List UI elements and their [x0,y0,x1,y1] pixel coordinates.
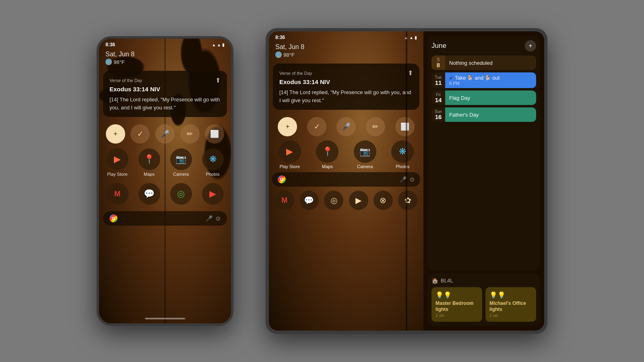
event-check-icon: ✓ [449,75,453,81]
tablet-app-playstore[interactable]: ▶ Play Store [272,140,308,169]
tablet-app-camera-label: Camera [357,164,373,169]
event-body-3: Father's Day [445,107,536,122]
share-icon[interactable]: ⬆ [215,76,221,84]
tablet-app-photos[interactable]: ❋ Photos [385,140,421,169]
phone-temp: 98°F [114,59,125,65]
phone-verse-label: Verse of the Day [109,78,142,83]
tablet-device: 8:36 ▲ ▲ ▮ Sat, Jun 8 98°F [266,28,547,334]
tablet-search-bar[interactable]: G 🎤 ⊙ [272,172,420,187]
tablet-bottom-bubble[interactable]: 💬 [299,191,319,210]
home-indicator [99,314,231,323]
calendar-event-0[interactable]: S 8 Nothing scheduled [431,56,536,70]
room-name-1: Master Bedroom lights [436,300,478,313]
tablet-fold-line [406,31,407,331]
tablet-quick-edit[interactable]: ✏ [366,117,385,136]
tablet-app-camera[interactable]: 📷 Camera [347,140,383,169]
quick-add-button[interactable]: + [106,124,125,144]
google-g-icon: G [109,214,118,222]
phone-status-icons: ▲ ▲ ▮ [212,43,225,47]
event-title-0: Nothing scheduled [449,60,532,66]
event-body-0: Nothing scheduled [445,56,536,70]
tablet-quick-camera[interactable]: ⬜ [395,117,415,136]
tablet-bottom-youtube[interactable]: ▶ [349,191,368,210]
calendar-add-button[interactable]: + [525,40,536,51]
tablet-quick-actions: + ✓ 🎤 ✏ ⬜ [273,117,419,136]
app-camera[interactable]: 📷 Camera [167,148,195,177]
tablet-bottom-threads[interactable]: ⊗ [374,191,393,210]
tablet-verse-title: Exodus 33:14 NIV [279,78,413,85]
wifi-icon: ▲ [212,43,216,47]
app-photos[interactable]: ❋ Photos [198,148,227,177]
event-title-1: Take [455,75,466,81]
app-bubble[interactable]: 💬 [135,183,163,206]
phone-app-grid: ▶ Play Store 📍 Maps 📷 Camera ❋ Photos [99,147,231,178]
tablet-bottom-icons: M 💬 ◎ ▶ ⊗ ✿ [269,189,423,212]
tablet-quick-mic[interactable]: 🎤 [336,117,356,136]
tablet-app-photos-label: Photos [396,164,409,169]
photos-icon: ❋ [202,148,224,170]
tablet-verse-widget[interactable]: Verse of the Day ⬆ Exodus 33:14 NIV [14]… [273,64,419,110]
tablet-bottom-chrome[interactable]: ◎ [324,191,343,210]
camera-icon: 📷 [170,148,192,170]
tablet-camera-icon: 📷 [354,140,376,163]
event-body-2: Flag Day [445,90,536,105]
calendar-event-3[interactable]: Sun 16 Father's Day [431,107,536,122]
tablet-playstore-icon: ▶ [279,140,301,163]
tablet-right-panel: June + S 8 Nothing scheduled [423,31,544,331]
app-chrome[interactable]: ◎ [167,183,195,206]
smarthome-grid: 💡💡 Master Bedroom lights 2 on 💡💡 Michael… [431,287,536,322]
light-icon-2: 💡💡 [489,291,532,299]
calendar-event-1[interactable]: Tue 11 ✓ Take 🐕 and 🐕 out [431,72,536,88]
quick-mic-button[interactable]: 🎤 [155,124,175,144]
phone-time: 8:36 [105,42,115,47]
quick-edit-button[interactable]: ✏ [180,124,200,144]
event-date-2: Fri 14 [431,90,445,105]
calendar-widget: June + S 8 Nothing scheduled [427,36,540,270]
phone-weather: 98°F [105,59,225,65]
tablet-quick-add[interactable]: + [278,117,297,136]
app-playstore[interactable]: ▶ Play Store [103,148,132,177]
room-michael-office[interactable]: 💡💡 Michael's Office lights 2 on [485,287,536,322]
tablet-status-bar: 8:36 ▲ ▲ ▮ [269,31,423,42]
quick-camera-button[interactable]: ⬜ [205,124,224,144]
tablet-google-g-icon: G [278,175,286,183]
tablet-date: Sat, Jun 8 [275,43,417,51]
app-youtube[interactable]: ▶ [198,183,227,206]
app-gmail[interactable]: M [103,183,132,206]
phone-search-bar[interactable]: G 🎤 ⊙ [103,211,227,226]
lens-icon[interactable]: ⊙ [216,215,221,222]
tablet-temp: 98°F [283,52,295,58]
tablet-share-icon[interactable]: ⬆ [408,69,413,77]
event-date-1: Tue 11 [431,72,445,88]
battery-icon: ▮ [222,43,225,47]
tablet-bottom-extra[interactable]: ✿ [398,191,417,210]
tablet-quick-check[interactable]: ✓ [307,117,326,136]
tablet-time: 8:36 [275,35,285,40]
event-title-1c: out [492,75,500,81]
app-photos-label: Photos [206,172,219,177]
weather-icon [105,59,112,65]
mic-icon[interactable]: 🎤 [206,215,213,222]
tablet-battery-icon: ▮ [415,35,417,40]
app-maps-label: Maps [144,172,155,177]
phone-verse-widget[interactable]: Verse of the Day ⬆ Exodus 33:14 NIV [14]… [103,71,227,117]
calendar-event-2[interactable]: Fri 14 Flag Day [431,90,536,105]
app-camera-label: Camera [173,172,189,177]
quick-check-button[interactable]: ✓ [130,124,150,144]
phone-quick-actions: + ✓ 🎤 ✏ ⬜ [103,124,227,144]
room-status-2: 2 on [489,313,532,318]
room-master-bedroom[interactable]: 💡💡 Master Bedroom lights 2 on [431,287,482,322]
tablet-photos-icon: ❋ [391,140,414,163]
tablet-app-maps[interactable]: 📍 Maps [310,140,345,169]
app-maps[interactable]: 📍 Maps [135,148,163,177]
calendar-month: June [431,42,446,50]
room-name-2: Michael's Office lights [489,300,532,313]
tablet-left-panel: 8:36 ▲ ▲ ▮ Sat, Jun 8 98°F [269,31,423,331]
smarthome-location: BL4L [441,278,453,284]
app-playstore-label: Play Store [107,172,128,177]
home-icon: 🏠 [431,278,438,284]
event-date-today: S 8 [431,56,445,70]
event-time-1: 6 PM [449,81,532,86]
tablet-bottom-gmail[interactable]: M [275,191,294,210]
tablet-lens-icon[interactable]: ⊙ [410,176,415,183]
